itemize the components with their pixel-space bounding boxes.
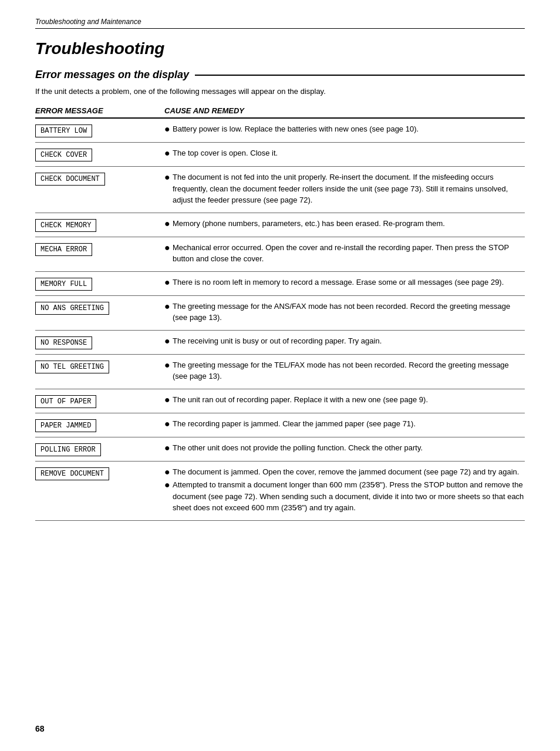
cause-bullet: ●Memory (phone numbers, parameters, etc.… bbox=[164, 218, 525, 230]
table-header: ERROR MESSAGE CAUSE AND REMEDY bbox=[35, 106, 525, 119]
cause-cell: ●The top cover is open. Close it. bbox=[164, 147, 525, 161]
message-cell: CHECK COVER bbox=[35, 147, 164, 161]
message-cell: NO ANS GREETING bbox=[35, 301, 164, 315]
page: Troubleshooting and Maintenance Troubles… bbox=[0, 0, 560, 751]
cause-text: The greeting message for the TEL/FAX mod… bbox=[173, 359, 525, 382]
cause-text: The unit ran out of recording paper. Rep… bbox=[173, 394, 525, 406]
message-box: OUT OF PAPER bbox=[35, 395, 96, 408]
message-box: BATTERY LOW bbox=[35, 124, 92, 137]
bullet-dot-icon: ● bbox=[164, 171, 173, 183]
message-box: CHECK MEMORY bbox=[35, 219, 96, 232]
bullet-dot-icon: ● bbox=[164, 147, 173, 159]
cause-cell: ●The greeting message for the TEL/FAX mo… bbox=[164, 359, 525, 384]
cause-text: The recording paper is jammed. Clear the… bbox=[173, 418, 525, 430]
cause-bullet: ●The document is not fed into the unit p… bbox=[164, 171, 525, 206]
message-box: POLLING ERROR bbox=[35, 443, 101, 456]
message-box: MEMORY FULL bbox=[35, 278, 92, 291]
cause-text: The receiving unit is busy or out of rec… bbox=[173, 335, 525, 347]
cause-cell: ●The other unit does not provide the pol… bbox=[164, 442, 525, 456]
breadcrumb: Troubleshooting and Maintenance bbox=[35, 18, 525, 29]
cause-cell: ●Battery power is low. Replace the batte… bbox=[164, 123, 525, 137]
bullet-dot-icon: ● bbox=[164, 335, 173, 346]
cause-cell: ●The receiving unit is busy or out of re… bbox=[164, 335, 525, 349]
table-row: PAPER JAMMED●The recording paper is jamm… bbox=[35, 413, 525, 437]
message-box: NO RESPONSE bbox=[35, 336, 92, 349]
cause-bullet: ●There is no room left in memory to reco… bbox=[164, 277, 525, 288]
table-row: NO RESPONSE●The receiving unit is busy o… bbox=[35, 331, 525, 355]
cause-bullet: ●Attempted to transmit a document longer… bbox=[164, 479, 525, 514]
table-row: POLLING ERROR●The other unit does not pr… bbox=[35, 437, 525, 462]
bullet-dot-icon: ● bbox=[164, 394, 173, 405]
table-row: CHECK COVER●The top cover is open. Close… bbox=[35, 143, 525, 167]
section-title: Error messages on the display bbox=[35, 69, 525, 81]
cause-cell: ●The greeting message for the ANS/FAX mo… bbox=[164, 301, 525, 325]
message-box: CHECK COVER bbox=[35, 149, 92, 161]
table-row: CHECK DOCUMENT●The document is not fed i… bbox=[35, 167, 525, 213]
cause-text: Memory (phone numbers, parameters, etc.)… bbox=[173, 218, 525, 230]
message-cell: BATTERY LOW bbox=[35, 123, 164, 137]
cause-text: The other unit does not provide the poll… bbox=[173, 442, 525, 454]
table-row: OUT OF PAPER●The unit ran out of recordi… bbox=[35, 389, 525, 413]
message-cell: CHECK MEMORY bbox=[35, 218, 164, 232]
message-cell: MEMORY FULL bbox=[35, 277, 164, 291]
message-cell: PAPER JAMMED bbox=[35, 418, 164, 432]
message-cell: MECHA ERROR bbox=[35, 242, 164, 256]
bullet-dot-icon: ● bbox=[164, 359, 173, 371]
cause-cell: ●There is no room left in memory to reco… bbox=[164, 277, 525, 290]
cause-bullet: ●Mechanical error occurred. Open the cov… bbox=[164, 242, 525, 265]
cause-text: Mechanical error occurred. Open the cove… bbox=[173, 242, 525, 265]
message-box: NO ANS GREETING bbox=[35, 302, 109, 315]
cause-text: Attempted to transmit a document longer … bbox=[173, 479, 525, 514]
table-row: NO ANS GREETING●The greeting message for… bbox=[35, 296, 525, 331]
table-row: REMOVE DOCUMENT●The document is jammed. … bbox=[35, 462, 525, 521]
error-table: ERROR MESSAGE CAUSE AND REMEDY BATTERY L… bbox=[35, 106, 525, 521]
message-cell: NO RESPONSE bbox=[35, 335, 164, 349]
bullet-dot-icon: ● bbox=[164, 218, 173, 229]
intro-text: If the unit detects a problem, one of th… bbox=[35, 87, 525, 96]
message-cell: OUT OF PAPER bbox=[35, 394, 164, 408]
cause-text: The document is not fed into the unit pr… bbox=[173, 171, 525, 206]
message-cell: REMOVE DOCUMENT bbox=[35, 466, 164, 480]
bullet-dot-icon: ● bbox=[164, 479, 173, 490]
col-cause-header: CAUSE AND REMEDY bbox=[164, 106, 525, 115]
table-body: BATTERY LOW●Battery power is low. Replac… bbox=[35, 119, 525, 521]
cause-text: The top cover is open. Close it. bbox=[173, 147, 525, 159]
cause-bullet: ●The greeting message for the ANS/FAX mo… bbox=[164, 301, 525, 324]
message-box: NO TEL GREETING bbox=[35, 361, 109, 373]
bullet-dot-icon: ● bbox=[164, 242, 173, 253]
bullet-dot-icon: ● bbox=[164, 301, 173, 312]
col-message-header: ERROR MESSAGE bbox=[35, 106, 164, 115]
bullet-dot-icon: ● bbox=[164, 418, 173, 429]
table-row: CHECK MEMORY●Memory (phone numbers, para… bbox=[35, 213, 525, 237]
message-cell: POLLING ERROR bbox=[35, 442, 164, 456]
cause-text: The greeting message for the ANS/FAX mod… bbox=[173, 301, 525, 324]
message-box: REMOVE DOCUMENT bbox=[35, 467, 109, 480]
cause-bullet: ●The top cover is open. Close it. bbox=[164, 147, 525, 159]
message-box: MECHA ERROR bbox=[35, 243, 92, 256]
cause-cell: ●The document is jammed. Open the cover,… bbox=[164, 466, 525, 516]
section-title-line bbox=[195, 75, 525, 76]
cause-cell: ●The recording paper is jammed. Clear th… bbox=[164, 418, 525, 432]
message-cell: CHECK DOCUMENT bbox=[35, 171, 164, 186]
cause-text: The document is jammed. Open the cover, … bbox=[173, 466, 525, 478]
cause-text: Battery power is low. Replace the batter… bbox=[173, 123, 525, 135]
bullet-dot-icon: ● bbox=[164, 442, 173, 453]
message-box: PAPER JAMMED bbox=[35, 419, 96, 432]
page-title: Troubleshooting bbox=[35, 39, 525, 58]
cause-text: There is no room left in memory to recor… bbox=[173, 277, 525, 288]
cause-bullet: ●The unit ran out of recording paper. Re… bbox=[164, 394, 525, 406]
message-box: CHECK DOCUMENT bbox=[35, 173, 105, 186]
page-number: 68 bbox=[35, 724, 45, 733]
cause-bullet: ●The receiving unit is busy or out of re… bbox=[164, 335, 525, 347]
table-row: MEMORY FULL●There is no room left in mem… bbox=[35, 272, 525, 296]
table-row: MECHA ERROR●Mechanical error occurred. O… bbox=[35, 237, 525, 272]
cause-bullet: ●The other unit does not provide the pol… bbox=[164, 442, 525, 454]
table-row: NO TEL GREETING●The greeting message for… bbox=[35, 355, 525, 389]
bullet-dot-icon: ● bbox=[164, 277, 173, 288]
cause-cell: ●Memory (phone numbers, parameters, etc.… bbox=[164, 218, 525, 231]
cause-bullet: ●Battery power is low. Replace the batte… bbox=[164, 123, 525, 135]
message-cell: NO TEL GREETING bbox=[35, 359, 164, 373]
bullet-dot-icon: ● bbox=[164, 466, 173, 477]
cause-bullet: ●The document is jammed. Open the cover,… bbox=[164, 466, 525, 478]
cause-bullet: ●The recording paper is jammed. Clear th… bbox=[164, 418, 525, 430]
